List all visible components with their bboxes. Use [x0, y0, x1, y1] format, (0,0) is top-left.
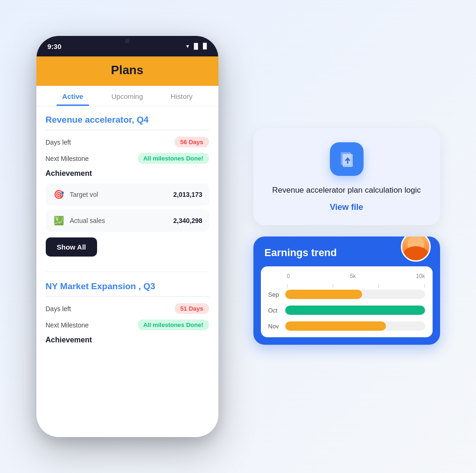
- page-title: Plans: [46, 63, 209, 77]
- status-bar: 9:30 ▾ ▐▌ ▉: [36, 36, 218, 56]
- battery-icon: ▉: [203, 43, 207, 49]
- phone-notch: [104, 36, 151, 46]
- plan-2-milestone-badge: All milestones Done!: [138, 320, 209, 330]
- phone-time: 9:30: [48, 42, 62, 50]
- file-icon-wrapper: [330, 142, 364, 176]
- sales-icon: 💹: [52, 214, 65, 227]
- chart-axis: 0 5k 10k: [268, 273, 425, 279]
- bar-oct: [285, 306, 425, 315]
- tick-1: [333, 284, 378, 288]
- file-upload-icon: [337, 149, 357, 169]
- plan-2-title: NY Market Expansion , Q3: [46, 281, 209, 297]
- plan-1-milestone-row: Next Milestone All milestones Done!: [46, 153, 209, 164]
- phone: 9:30 ▾ ▐▌ ▉ Plans Active Upcoming Histor…: [36, 36, 218, 437]
- chart-ticks: [268, 284, 425, 288]
- tabs-bar: Active Upcoming History: [36, 86, 218, 106]
- scene: 9:30 ▾ ▐▌ ▉ Plans Active Upcoming Histor…: [0, 0, 476, 473]
- bar-sep-label: Sep: [268, 291, 285, 298]
- notch-dot: [125, 39, 130, 43]
- axis-label-0: 0: [287, 273, 290, 279]
- tick-2: [378, 284, 425, 288]
- tab-active[interactable]: Active: [46, 86, 100, 106]
- tab-upcoming[interactable]: Upcoming: [100, 86, 154, 106]
- show-all-button[interactable]: Show All: [46, 237, 98, 257]
- right-column: Revenue accelerator plan calculation log…: [253, 128, 440, 345]
- bar-sep: [285, 290, 362, 299]
- bar-sep-track: [285, 290, 425, 299]
- achievement-item-sales-left: 💹 Actual sales: [52, 214, 105, 227]
- avatar-body: [404, 246, 428, 260]
- plan-1-days-row: Days left 56 Days: [46, 137, 209, 147]
- chart-area: 0 5k 10k Sep Oct: [261, 266, 433, 337]
- plan-2-days-label: Days left: [46, 305, 71, 313]
- phone-header: Plans: [36, 56, 218, 86]
- sales-label: Actual sales: [70, 217, 105, 224]
- plan-1-title: Revenue accelerator, Q4: [46, 115, 209, 130]
- divider: [46, 271, 209, 272]
- plan-1-milestone-badge: All milestones Done!: [138, 153, 209, 164]
- signal-icon: ▐▌: [192, 43, 200, 49]
- chart-row-sep: Sep: [268, 290, 425, 299]
- earnings-card: Earnings trend 0 5k 10k: [253, 236, 440, 345]
- target-icon: 🎯: [52, 188, 65, 201]
- earnings-header: Earnings trend: [253, 236, 440, 266]
- avatar: [401, 236, 431, 262]
- chart-row-nov: Nov: [268, 321, 425, 331]
- achievement-item-sales: 💹 Actual sales 2,340,298: [46, 209, 209, 232]
- tab-history[interactable]: History: [154, 86, 209, 106]
- plan-1: Revenue accelerator, Q4 Days left 56 Day…: [46, 115, 209, 260]
- plan-1-achievement-title: Achievement: [46, 169, 209, 178]
- target-label: Target vol: [70, 191, 98, 198]
- file-card: Revenue accelerator plan calculation log…: [253, 128, 440, 226]
- axis-label-5k: 5k: [350, 273, 356, 279]
- plan-2-milestone-label: Next Milestone: [46, 321, 89, 329]
- phone-scroll: Revenue accelerator, Q4 Days left 56 Day…: [36, 106, 218, 435]
- plan-1-days-label: Days left: [46, 139, 71, 146]
- achievement-item-target: 🎯 Target vol 2,013,173: [46, 183, 209, 206]
- bar-oct-label: Oct: [268, 307, 285, 314]
- tick-0: [287, 284, 333, 288]
- chart-row-oct: Oct: [268, 306, 425, 315]
- view-file-link[interactable]: View file: [330, 202, 364, 212]
- plan-2-days-badge: 51 Days: [175, 303, 209, 314]
- bar-nov-track: [285, 321, 425, 331]
- plan-2: NY Market Expansion , Q3 Days left 51 Da…: [46, 281, 209, 344]
- plan-1-days-badge: 56 Days: [175, 137, 209, 147]
- target-value: 2,013,173: [173, 191, 202, 198]
- plan-2-milestone-row: Next Milestone All milestones Done!: [46, 320, 209, 330]
- file-card-text: Revenue accelerator plan calculation log…: [267, 184, 426, 196]
- status-icons: ▾ ▐▌ ▉: [186, 43, 207, 49]
- bar-nov: [285, 321, 386, 331]
- sales-value: 2,340,298: [173, 217, 202, 224]
- wifi-icon: ▾: [186, 43, 189, 49]
- plan-2-achievement-title: Achievement: [46, 336, 209, 344]
- bar-oct-track: [285, 306, 425, 315]
- bar-nov-label: Nov: [268, 323, 285, 330]
- plan-2-days-row: Days left 51 Days: [46, 303, 209, 314]
- plan-1-milestone-label: Next Milestone: [46, 155, 89, 162]
- axis-label-10k: 10k: [416, 273, 425, 279]
- achievement-item-target-left: 🎯 Target vol: [52, 188, 98, 201]
- avatar-face: [402, 236, 429, 260]
